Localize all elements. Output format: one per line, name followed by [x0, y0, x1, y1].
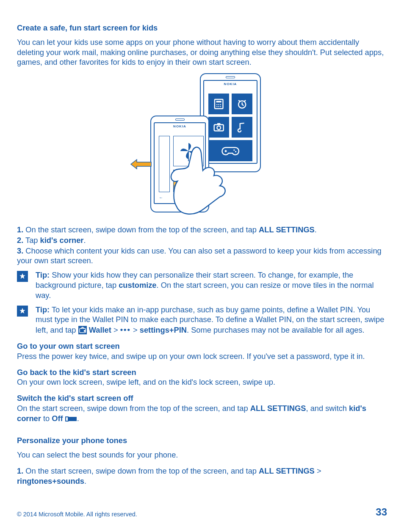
more-dots-icon: ••• — [120, 325, 131, 335]
sub-goback: Go back to the kid's start screen — [17, 367, 387, 378]
tones-intro: You can select the best sounds for your … — [17, 450, 387, 460]
section-heading-tones: Personalize your phone tones — [17, 436, 387, 446]
step-3: 3. Choose which content your kids can us… — [17, 246, 387, 266]
tones-step1-a: On the start screen, swipe down from the… — [23, 466, 259, 475]
camera-icon — [213, 121, 225, 133]
tile-music — [232, 117, 252, 138]
tip2-label: Tip: — [36, 305, 50, 314]
svg-point-13 — [235, 151, 236, 152]
tip2-gt2: > — [131, 325, 140, 334]
tones-step-1: 1. On the start screen, swipe down from … — [17, 466, 387, 486]
toggle-off-icon — [65, 415, 77, 425]
music-note-icon — [236, 121, 248, 133]
svg-point-7 — [220, 106, 221, 107]
phones-illustration: NOKIA — [143, 73, 261, 217]
tip2-end: . Some purchases may not be available fo… — [187, 325, 365, 334]
phone-speaker — [226, 76, 235, 78]
windows-icon: ⊞ — [230, 154, 233, 160]
tile-alarm — [232, 94, 252, 114]
tip2-settingspin: settings+PIN — [140, 325, 187, 334]
step2-num: 2. — [17, 236, 23, 245]
tip2-wallet-label: Wallet — [87, 325, 111, 334]
lock-content — [159, 136, 201, 192]
tones-ringtones: ringtones+sounds — [17, 477, 84, 485]
step3-text: Choose which content your kids can use. … — [17, 246, 382, 265]
tip-star-icon-2 — [17, 306, 28, 317]
step1-text-c: . — [315, 225, 317, 234]
tip1-customize: customize — [119, 281, 156, 289]
pinwheel-icon — [178, 141, 199, 161]
tip1-label: Tip: — [36, 270, 50, 279]
nokia-label: NOKIA — [204, 82, 257, 86]
phone-navbar-2: ← ⊞ ⌕ — [159, 194, 201, 201]
goback-text: On your own lock screen, swipe left, and… — [17, 377, 387, 387]
nokia-label-2: NOKIA — [155, 124, 205, 129]
phone-navbar: ← ⊞ ⌕ — [208, 154, 252, 160]
svg-rect-11 — [217, 123, 220, 125]
svg-point-3 — [218, 104, 219, 105]
tones-step1-c: > — [315, 466, 321, 475]
illustration-wrap: NOKIA — [17, 73, 387, 217]
tones-step1-e: . — [84, 477, 86, 485]
tile-camera — [208, 117, 229, 138]
step1-num: 1. — [17, 225, 23, 234]
svg-point-6 — [218, 106, 219, 107]
step2-text-c: . — [83, 236, 86, 245]
pinwheel-tile — [173, 136, 204, 166]
landscape-tile — [173, 170, 201, 192]
wave-icon — [174, 170, 200, 192]
tile-grid — [208, 94, 252, 161]
step1-text-a: On the start screen, swipe down from the… — [23, 225, 259, 234]
switch-text: On the start screen, swipe down from the… — [17, 403, 387, 425]
tip-block-1: Tip: Show your kids how they can persona… — [17, 270, 387, 300]
svg-point-12 — [233, 149, 235, 151]
edge-column — [159, 136, 170, 192]
sub-goto: Go to your own start screen — [17, 341, 387, 351]
phone-inner-2: NOKIA — [154, 122, 206, 204]
tip2-text: Tip: To let your kids make an in-app pur… — [36, 305, 387, 335]
step-2: 2. Tap kid's corner. — [17, 235, 387, 245]
goto-text: Press the power key twice, and swipe up … — [17, 351, 387, 361]
tones-step1-num: 1. — [17, 466, 23, 475]
phone-inner: NOKIA — [203, 80, 257, 164]
step2-text-a: Tap — [23, 236, 40, 245]
tip-star-icon — [17, 271, 28, 282]
switch-a: On the start screen, swipe down from the… — [17, 404, 250, 413]
intro-paragraph: You can let your kids use some apps on y… — [17, 37, 387, 67]
step1-allsettings: ALL SETTINGS — [259, 225, 315, 234]
wallet-icon — [78, 326, 87, 334]
sub-switch: Switch the kid's start screen off — [17, 393, 387, 403]
tile-calculator — [208, 94, 229, 114]
tip1-text: Tip: Show your kids how they can persona… — [36, 270, 387, 300]
phone-lock-screen: NOKIA — [150, 116, 209, 212]
switch-e: to — [41, 414, 52, 423]
manual-page: Create a safe, fun start screen for kids… — [0, 0, 404, 532]
svg-rect-16 — [66, 417, 68, 421]
page-number: 33 — [376, 505, 387, 518]
copyright-text: © 2014 Microsoft Mobile. All rights rese… — [17, 510, 137, 518]
svg-point-10 — [217, 126, 221, 130]
tip-block-2: Tip: To let your kids make an in-app pur… — [17, 305, 387, 335]
step-1: 1. On the start screen, swipe down from … — [17, 225, 387, 235]
svg-point-2 — [216, 104, 217, 105]
tones-allsettings: ALL SETTINGS — [259, 466, 315, 475]
page-footer: © 2014 Microsoft Mobile. All rights rese… — [17, 505, 387, 518]
swipe-left-arrow-icon — [130, 158, 152, 171]
section-heading-kids: Create a safe, fun start screen for kids — [17, 23, 387, 33]
switch-allsettings: ALL SETTINGS — [250, 404, 306, 413]
back-icon-2: ← — [159, 195, 163, 200]
calculator-icon — [213, 98, 225, 110]
svg-rect-1 — [216, 101, 221, 102]
switch-c: , and switch — [306, 404, 349, 413]
tip2-gt1: > — [111, 325, 120, 334]
svg-point-4 — [220, 104, 221, 105]
step2-kidscorner: kid's corner — [40, 236, 84, 245]
step3-num: 3. — [17, 246, 23, 255]
search-nav-icon: ⌕ — [250, 154, 252, 160]
svg-rect-17 — [68, 417, 77, 421]
search-nav-icon-2: ⌕ — [198, 195, 201, 200]
switch-off-label: Off — [52, 414, 63, 423]
svg-point-5 — [216, 106, 217, 107]
alarm-icon — [236, 98, 248, 110]
switch-h: . — [77, 414, 79, 423]
